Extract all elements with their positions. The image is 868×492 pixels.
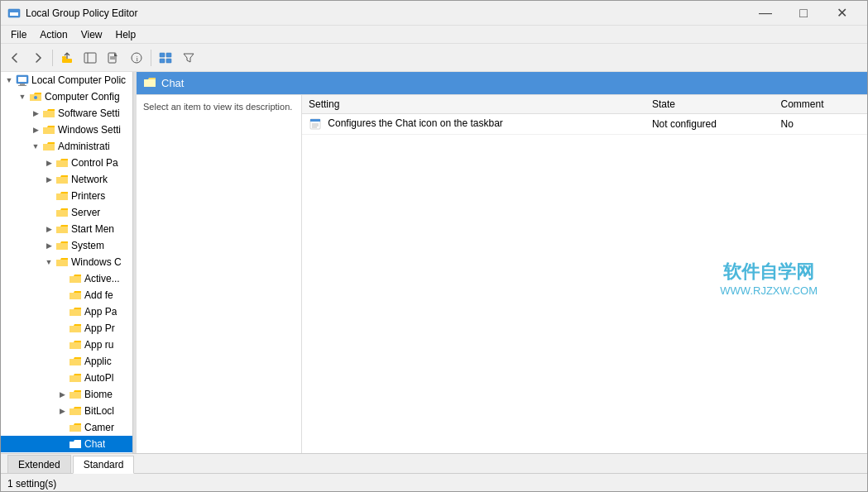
expander-bio	[55, 388, 69, 401]
show-hide-button[interactable]	[79, 47, 101, 69]
setting-policy-icon	[309, 117, 322, 131]
folder-icon-chat	[69, 437, 82, 451]
svg-rect-22	[310, 119, 320, 122]
tree-item-start-menu[interactable]: Start Men	[1, 221, 132, 237]
tree-item-system[interactable]: System	[1, 237, 132, 254]
tree-item-biometrics[interactable]: Biome	[1, 386, 132, 403]
menu-help[interactable]: Help	[109, 27, 143, 42]
tree-label-camera: Camer	[84, 422, 114, 433]
filter-button[interactable]	[178, 47, 199, 69]
tree-item-windows-comp[interactable]: Windows C	[1, 254, 132, 270]
folder-icon-apppack	[69, 305, 82, 318]
tree-item-printers[interactable]: Printers	[1, 188, 132, 204]
setting-name: Configures the Chat icon on the taskbar	[328, 117, 502, 129]
expander-windows	[29, 123, 42, 136]
minimize-button[interactable]: —	[746, 1, 784, 26]
folder-icon-apppriv	[69, 322, 82, 335]
maximize-button[interactable]: □	[784, 1, 822, 26]
tree-label-printers: Printers	[71, 190, 105, 202]
tree-label-network: Network	[71, 174, 108, 185]
tree-item-admin-templates[interactable]: Administrati	[1, 138, 132, 155]
tree-label-apppriv: App Pr	[84, 322, 115, 334]
tree-item-local-computer[interactable]: Local Computer Polic	[1, 72, 132, 88]
svg-rect-13	[166, 53, 171, 57]
forward-button[interactable]	[27, 47, 49, 69]
expander-admin	[29, 140, 42, 153]
status-bar: 1 setting(s)	[1, 473, 867, 492]
tree-label-control: Control Pa	[71, 157, 118, 169]
tree-label-autoplay: AutoPl	[84, 372, 113, 384]
tab-standard-label: Standard	[84, 459, 124, 471]
folder-icon-server	[55, 206, 69, 219]
folder-icon-control	[55, 156, 69, 170]
tree-item-software-settings[interactable]: Software Setti	[1, 105, 132, 122]
tree-item-windows-settings[interactable]: Windows Setti	[1, 122, 132, 138]
tree-item-computer-config[interactable]: Computer Config	[1, 88, 132, 105]
svg-rect-15	[166, 59, 171, 63]
svg-rect-12	[160, 53, 165, 57]
up-button[interactable]	[56, 47, 78, 69]
tree-pane[interactable]: Local Computer Polic Computer Config Sof…	[1, 72, 133, 453]
title-bar: Local Group Policy Editor — □ ✕	[1, 1, 867, 26]
folder-icon-bitlock	[69, 404, 82, 418]
expander-bitlock	[55, 404, 69, 418]
tree-item-activex[interactable]: Active...	[1, 270, 132, 287]
toolbar-separator-2	[151, 50, 151, 66]
main-layout: Local Computer Polic Computer Config Sof…	[1, 72, 867, 453]
tree-item-camera[interactable]: Camer	[1, 419, 132, 436]
table-row[interactable]: Configures the Chat icon on the taskbar …	[302, 114, 867, 135]
content-header-title: Chat	[161, 77, 184, 89]
col-header-state: State	[645, 95, 774, 114]
tree-label-chat: Chat	[84, 438, 105, 450]
menu-action[interactable]: Action	[33, 27, 74, 42]
settings-pane[interactable]: Setting State Comment	[302, 95, 867, 453]
tree-label-apprun: App ru	[84, 339, 113, 351]
svg-rect-14	[160, 59, 165, 63]
tree-item-chat[interactable]: Chat	[1, 436, 132, 452]
info-button[interactable]: i	[126, 47, 147, 69]
window-title: Local Group Policy Editor	[26, 7, 746, 19]
folder-icon-software	[42, 107, 55, 120]
close-button[interactable]: ✕	[822, 1, 861, 26]
content-header-icon	[143, 76, 156, 90]
comment-cell: No	[774, 114, 867, 135]
tree-item-cloud[interactable]: Cloud	[1, 452, 132, 453]
right-pane: Chat Select an item to view its descript…	[137, 72, 867, 453]
app-icon	[7, 7, 21, 20]
tree-item-app-privacy[interactable]: App Pr	[1, 320, 132, 337]
folder-icon-apprun	[69, 338, 82, 351]
folder-icon-printers	[55, 189, 69, 203]
svg-rect-19	[18, 85, 26, 86]
tree-item-add-features[interactable]: Add fe	[1, 287, 132, 303]
folder-icon-camera	[69, 421, 82, 434]
menu-file[interactable]: File	[4, 27, 33, 42]
back-button[interactable]	[4, 47, 26, 69]
tree-label-local-computer: Local Computer Polic	[31, 74, 126, 86]
tree-item-autoplay[interactable]: AutoPl	[1, 370, 132, 386]
tree-item-bitlocker[interactable]: BitLocl	[1, 403, 132, 419]
folder-icon-admin	[42, 140, 55, 153]
description-pane: Select an item to view its description.	[137, 95, 302, 453]
folder-icon-applic	[69, 355, 82, 368]
tab-extended-label: Extended	[18, 459, 60, 471]
folder-icon-system	[55, 239, 69, 252]
tree-label-software: Software Setti	[58, 107, 120, 119]
setting-cell: Configures the Chat icon on the taskbar	[302, 114, 645, 135]
tree-item-app-package[interactable]: App Pa	[1, 303, 132, 320]
tree-item-network[interactable]: Network	[1, 171, 132, 188]
tree-item-app-runtime[interactable]: App ru	[1, 337, 132, 353]
tab-extended[interactable]: Extended	[7, 455, 71, 473]
tree-item-applic[interactable]: Applic	[1, 353, 132, 370]
computer-icon	[16, 74, 29, 87]
svg-rect-4	[62, 56, 66, 59]
tab-standard[interactable]: Standard	[73, 456, 135, 474]
tree-label-addfe: Add fe	[84, 289, 113, 301]
view-button[interactable]	[155, 47, 176, 69]
svg-point-20	[34, 96, 37, 99]
tree-item-control-panel[interactable]: Control Pa	[1, 155, 132, 171]
tree-item-server[interactable]: Server	[1, 204, 132, 221]
tree-label-start: Start Men	[71, 223, 114, 235]
svg-rect-17	[18, 77, 26, 82]
menu-view[interactable]: View	[74, 27, 109, 42]
export-button[interactable]	[103, 47, 124, 69]
